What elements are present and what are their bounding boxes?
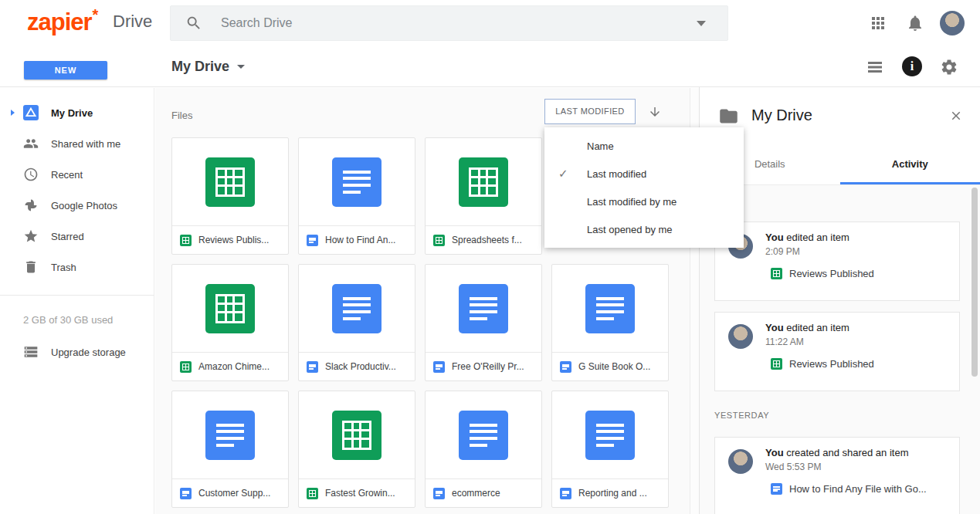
file-card[interactable]: Spreadsheets f...: [425, 137, 542, 255]
sidebar-item-my-drive[interactable]: My Drive: [0, 97, 154, 128]
file-card[interactable]: Reviews Publis...: [171, 137, 289, 255]
apps-grid-icon[interactable]: [869, 14, 887, 32]
actor-name: You: [765, 322, 784, 333]
search-input[interactable]: [221, 16, 697, 30]
file-card[interactable]: Amazon Chime...: [171, 264, 289, 381]
file-preview: [299, 138, 415, 225]
sidebar-item-recent[interactable]: Recent: [0, 159, 154, 190]
files-section-label: Files: [171, 110, 192, 121]
file-type-icon: [205, 411, 255, 460]
file-card[interactable]: Free O'Reilly Pr...: [425, 264, 542, 381]
search-bar[interactable]: [170, 5, 728, 41]
file-type-icon: [180, 361, 192, 373]
file-type-icon: [560, 488, 571, 499]
file-name: Free O'Reilly Pr...: [452, 361, 524, 372]
sidebar-item-starred[interactable]: Starred: [0, 221, 154, 252]
menu-item-name[interactable]: Name: [544, 132, 744, 160]
storage-layers-icon: [23, 344, 39, 360]
close-icon[interactable]: [949, 109, 963, 123]
location-breadcrumb[interactable]: My Drive: [171, 53, 245, 79]
file-name-bar: Amazon Chime...: [172, 352, 288, 380]
file-card[interactable]: ecommerce: [425, 391, 542, 508]
menu-item-last-modified[interactable]: ✓ Last modified: [544, 160, 744, 188]
sidebar-item-label: My Drive: [51, 107, 93, 119]
file-card[interactable]: Customer Supp...: [171, 391, 289, 508]
file-type-icon: [433, 235, 445, 246]
location-title: My Drive: [171, 59, 229, 75]
file-name-bar: Spreadsheets f...: [426, 225, 541, 254]
file-name-bar: Free O'Reilly Pr...: [426, 352, 541, 380]
activity-file-link[interactable]: Reviews Published: [771, 268, 874, 279]
file-name: ecommerce: [452, 488, 500, 499]
file-type-icon: [307, 488, 318, 499]
file-preview: [552, 391, 668, 478]
new-button[interactable]: NEW: [24, 61, 107, 79]
file-name-bar: ecommerce: [426, 478, 541, 507]
file-card[interactable]: G Suite Book O...: [551, 264, 669, 381]
file-card[interactable]: Slack Productiv...: [298, 264, 415, 381]
file-preview: [426, 265, 541, 352]
file-name: Spreadsheets f...: [452, 235, 522, 245]
file-type-icon: [459, 411, 508, 460]
sidebar-item-trash[interactable]: Trash: [0, 252, 154, 282]
activity-entry: You edited an item 11:22 AM Reviews Publ…: [714, 312, 960, 391]
file-type-icon: [585, 411, 635, 460]
sort-order-button[interactable]: LAST MODIFIED: [544, 99, 636, 124]
people-icon: [23, 136, 39, 151]
menu-item-label: Last modified by me: [587, 196, 744, 208]
upgrade-storage-button[interactable]: Upgrade storage: [0, 336, 154, 367]
file-type-icon: [205, 157, 255, 207]
file-name-bar: Fastest Growin...: [299, 478, 415, 507]
actor-avatar: [728, 324, 753, 349]
gear-settings-icon[interactable]: [940, 58, 958, 76]
activity-file-link[interactable]: How to Find Any File with Go...: [771, 483, 927, 495]
zapier-logo-text: zapier: [27, 8, 92, 36]
file-card[interactable]: Reporting and ...: [551, 391, 669, 508]
search-options-caret-icon[interactable]: [697, 21, 706, 26]
file-name: Customer Supp...: [198, 488, 270, 499]
action-toolbar: NEW My Drive: [0, 46, 980, 87]
activity-description: You created and shared an item: [765, 447, 909, 458]
activity-file-link[interactable]: Reviews Published: [771, 358, 874, 370]
sidebar-item-google-photos[interactable]: Google Photos: [0, 190, 154, 221]
upgrade-storage-label: Upgrade storage: [51, 347, 126, 358]
user-avatar[interactable]: [940, 11, 965, 36]
file-type-icon: [180, 488, 192, 499]
active-arrow-icon: [11, 110, 15, 116]
file-type-icon: [332, 284, 381, 333]
sidebar-item-label: Shared with me: [51, 138, 120, 150]
file-preview: [426, 391, 541, 478]
file-preview: [426, 138, 541, 225]
activity-entry: You edited an item 2:09 PM Reviews Publi…: [714, 221, 960, 301]
list-view-icon[interactable]: [866, 58, 884, 76]
files-main-area: Files LAST MODIFIED Name ✓ Last modified…: [155, 88, 699, 514]
zapier-logo[interactable]: zapier*: [27, 8, 97, 36]
file-name-bar: Slack Productiv...: [299, 352, 415, 380]
panel-scrollbar-thumb[interactable]: [972, 188, 978, 377]
file-preview: [552, 265, 668, 352]
file-name: Reporting and ...: [578, 488, 647, 499]
file-type-icon: [459, 157, 508, 207]
sort-direction-arrow-icon[interactable]: [648, 105, 662, 119]
actor-name: You: [765, 447, 784, 458]
file-name: Fastest Growin...: [325, 488, 395, 499]
file-type-icon: [332, 157, 381, 207]
activity-action: edited an item: [786, 232, 849, 243]
file-name-bar: Reporting and ...: [552, 478, 668, 507]
tab-activity[interactable]: Activity: [840, 145, 980, 184]
file-card[interactable]: Fastest Growin...: [298, 391, 415, 508]
sidebar-item-shared-with-me[interactable]: Shared with me: [0, 128, 154, 159]
menu-item-last-modified-by-me[interactable]: Last modified by me: [544, 188, 744, 215]
menu-item-last-opened-by-me[interactable]: Last opened by me: [544, 215, 744, 243]
sidebar-item-label: Google Photos: [51, 200, 117, 211]
file-name: How to Find An...: [325, 235, 395, 245]
notifications-bell-icon[interactable]: [906, 14, 924, 32]
activity-date-divider: YESTERDAY: [714, 411, 769, 420]
search-icon: [185, 15, 202, 32]
file-type-icon: [433, 361, 445, 373]
activity-time: 2:09 PM: [765, 246, 800, 257]
info-details-icon[interactable]: [902, 56, 922, 76]
file-card[interactable]: How to Find An...: [298, 137, 415, 255]
menu-item-label: Last opened by me: [587, 224, 744, 235]
clock-icon: [23, 167, 39, 182]
